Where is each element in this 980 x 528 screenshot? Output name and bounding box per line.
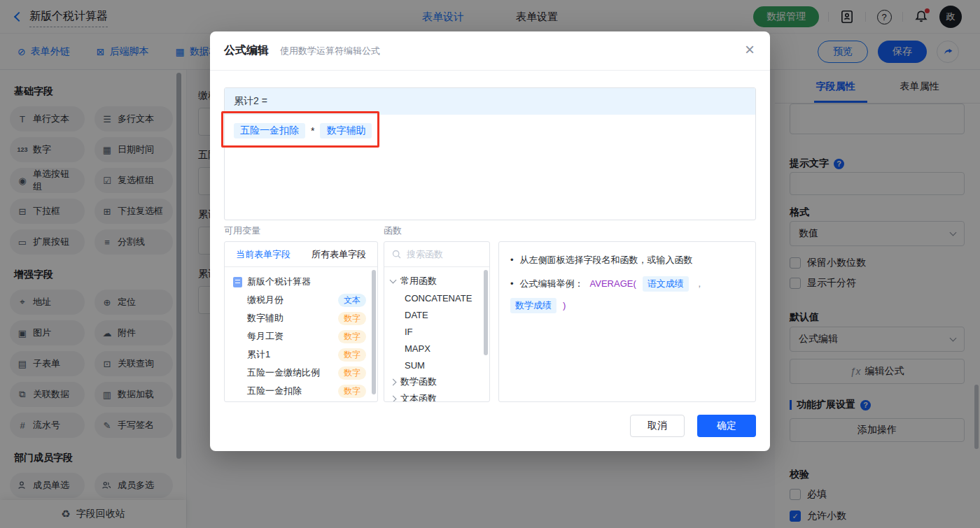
variable-row[interactable]: 累计1数字 [225,345,377,364]
tip-line: • 从左侧面板选择字段名和函数，或输入函数 [510,253,744,267]
type-badge: 数字 [338,366,366,380]
modal-header: 公式编辑 使用数学运算符编辑公式 [210,31,770,71]
functions-scrollbar[interactable] [484,270,488,355]
function-name: AVERAGE( [590,277,636,291]
type-badge: 数字 [338,330,366,343]
function-item[interactable]: IF [384,323,489,340]
variable-row[interactable]: 数字辅助数字 [225,309,377,327]
modal-title: 公式编辑 [224,43,269,58]
chevron-right-icon [390,395,397,402]
functions-section-label: 函数 [384,224,402,237]
bullet: • [510,277,514,291]
confirm-button[interactable]: 确定 [697,415,756,437]
type-badge: 数字 [338,312,366,325]
cancel-button[interactable]: 取消 [630,415,685,437]
function-group-common[interactable]: 常用函数 [384,273,489,290]
type-badge: 文本 [338,294,366,307]
variables-tabs: 当前表单字段 所有表单字段 [225,242,377,267]
modal-subtitle: 使用数学运算符编辑公式 [280,45,380,57]
form-doc-icon [233,277,242,287]
function-item[interactable]: DATE [384,306,489,323]
formula-edit-modal: 公式编辑 使用数学运算符编辑公式 × 累计2 = 五险一金扣除 * 数字辅助 可… [210,31,770,451]
function-item[interactable]: CONCATENATE [384,290,489,306]
close-icon[interactable]: × [745,41,755,58]
variables-panel: 当前表单字段 所有表单字段 新版个税计算器 缴税月份文本 数字辅助数字 每月工资… [224,241,378,402]
variable-row[interactable]: 五险一金扣除数字 [225,382,377,400]
function-group-text[interactable]: 文本函数 [384,390,489,402]
tab-current-form-fields[interactable]: 当前表单字段 [236,248,290,261]
tip-example-line: • 公式编辑举例： AVERAGE( 语文成绩 ， 数学成绩 ) [510,276,744,313]
formula-editor[interactable]: 累计2 = 五险一金扣除 * 数字辅助 [224,87,756,220]
tips-panel: • 从左侧面板选择字段名和函数，或输入函数 • 公式编辑举例： AVERAGE(… [498,241,756,402]
formula-field-token[interactable]: 五险一金扣除 [234,123,305,138]
example-field-chip: 数学成绩 [510,298,556,313]
example-field-chip: 语文成绩 [643,276,689,292]
variables-section-label: 可用变量 [224,224,260,237]
function-item[interactable]: MAPX [384,340,489,357]
tab-all-form-fields[interactable]: 所有表单字段 [312,248,366,261]
variable-row[interactable]: 五险一金缴纳比例数字 [225,364,377,382]
formula-field-token[interactable]: 数字辅助 [320,123,372,138]
type-badge: 数字 [338,385,366,398]
variable-row[interactable]: 每月工资数字 [225,327,377,345]
formula-target: 累计2 = [225,88,755,115]
function-search[interactable] [384,242,489,267]
chevron-down-icon [390,276,397,283]
variables-scrollbar[interactable] [372,270,376,394]
function-item[interactable]: SUM [384,357,489,373]
bullet: • [510,253,514,267]
variable-row[interactable]: 缴税月份文本 [225,291,377,309]
multiply-operator: * [311,125,314,136]
functions-panel: 常用函数 CONCATENATE DATE IF MAPX SUM 数学函数 文… [384,241,490,402]
type-badge: 数字 [338,348,366,362]
functions-tree: 常用函数 CONCATENATE DATE IF MAPX SUM 数学函数 文… [384,267,489,402]
function-search-input[interactable] [407,249,477,259]
function-group-math[interactable]: 数学函数 [384,373,489,390]
variables-tree: 新版个税计算器 缴税月份文本 数字辅助数字 每月工资数字 累计1数字 五险一金缴… [225,267,377,400]
search-icon [391,249,402,259]
formula-expression[interactable]: 五险一金扣除 * 数字辅助 [225,115,755,147]
form-node[interactable]: 新版个税计算器 [225,273,377,291]
chevron-right-icon [390,378,397,385]
